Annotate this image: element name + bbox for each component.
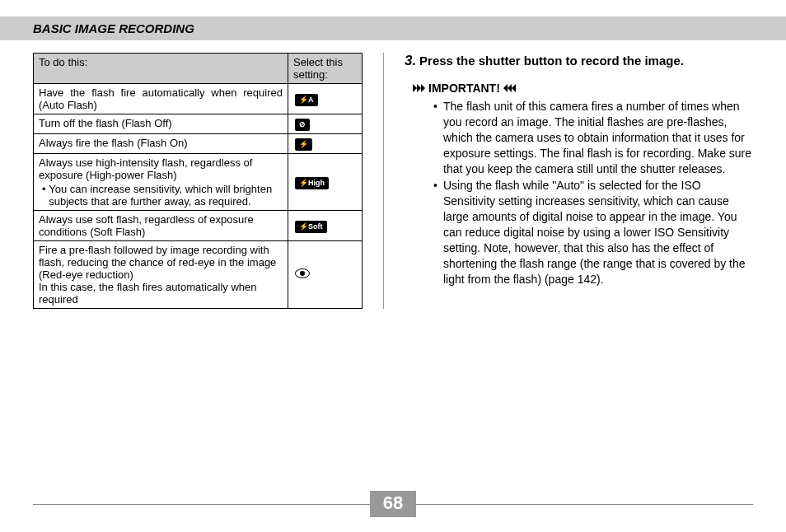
important-right-icon [503, 84, 516, 92]
table-row: Fire a pre-flash followed by image recor… [34, 241, 363, 309]
bullet-item: • The flash unit of this camera fires a … [433, 99, 753, 176]
row-desc: Have the flash fire automatically when r… [34, 84, 288, 114]
left-column: To do this: Select this setting: Have th… [33, 53, 363, 309]
row-desc-text: Always use high-intensity flash, regardl… [39, 156, 252, 181]
row-desc-text: Fire a pre-flash followed by image recor… [39, 244, 276, 281]
red-eye-icon [295, 268, 310, 278]
bullet-dot: • [433, 178, 443, 287]
row-icon-cell: ⚡Soft [288, 211, 363, 241]
bullet-list: • The flash unit of this camera fires a … [405, 99, 753, 287]
table-row: Always fire the flash (Flash On) ⚡ [34, 134, 363, 154]
table-header-setting: Select this setting: [288, 54, 363, 84]
row-desc-text2: In this case, the flash fires automatica… [39, 281, 256, 306]
row-icon-cell: ⚡A [288, 84, 363, 114]
bullet-item: • Using the flash while "Auto" is select… [433, 178, 753, 287]
section-header: BASIC IMAGE RECORDING [33, 21, 194, 35]
bullet-dot: • [433, 99, 443, 176]
row-desc: Always use high-intensity flash, regardl… [34, 154, 288, 211]
footer-rule-left [33, 504, 370, 505]
important-heading: IMPORTANT! [405, 82, 753, 95]
flash-high-icon: ⚡High [295, 177, 329, 189]
table-row: Always use high-intensity flash, regardl… [34, 154, 363, 211]
table-row: Always use soft flash, regardless of exp… [34, 211, 363, 241]
row-desc: Always use soft flash, regardless of exp… [34, 211, 288, 241]
flash-auto-icon: ⚡A [295, 94, 318, 106]
step-text: Press the shutter button to record the i… [419, 54, 684, 68]
table-header-todo: To do this: [34, 54, 288, 84]
row-icon-cell [288, 241, 363, 309]
step-line: 3. Press the shutter button to record th… [405, 53, 753, 69]
section-header-bar: BASIC IMAGE RECORDING [0, 16, 786, 40]
row-icon-cell: ⚡High [288, 154, 363, 211]
step-number: 3. [405, 53, 416, 68]
row-desc: Fire a pre-flash followed by image recor… [34, 241, 288, 309]
flash-soft-icon: ⚡Soft [295, 221, 327, 233]
flash-settings-table: To do this: Select this setting: Have th… [33, 53, 363, 309]
page-number: 68 [370, 491, 416, 517]
footer-rule-right [416, 504, 753, 505]
row-sub-bullet: • You can increase sensitivity, which wi… [39, 183, 283, 208]
row-icon-cell: ⚡ [288, 134, 363, 154]
content-area: To do this: Select this setting: Have th… [0, 53, 786, 309]
bullet-text: Using the flash while "Auto" is selected… [443, 178, 753, 287]
page-footer: 68 [33, 491, 753, 517]
table-row: Have the flash fire automatically when r… [34, 84, 363, 114]
bullet-text: The flash unit of this camera fires a nu… [443, 99, 753, 176]
right-column: 3. Press the shutter button to record th… [383, 53, 753, 309]
bullet-dot: • [42, 183, 49, 208]
table-row: Turn off the flash (Flash Off) ⊘ [34, 114, 363, 134]
flash-on-icon: ⚡ [295, 138, 312, 151]
row-desc: Always fire the flash (Flash On) [34, 134, 288, 154]
row-sub-text: You can increase sensitivity, which will… [49, 183, 283, 208]
row-desc: Turn off the flash (Flash Off) [34, 114, 288, 134]
flash-off-icon: ⊘ [295, 119, 310, 131]
important-text: IMPORTANT! [428, 82, 500, 95]
row-icon-cell: ⊘ [288, 114, 363, 134]
important-left-icon [413, 84, 425, 92]
